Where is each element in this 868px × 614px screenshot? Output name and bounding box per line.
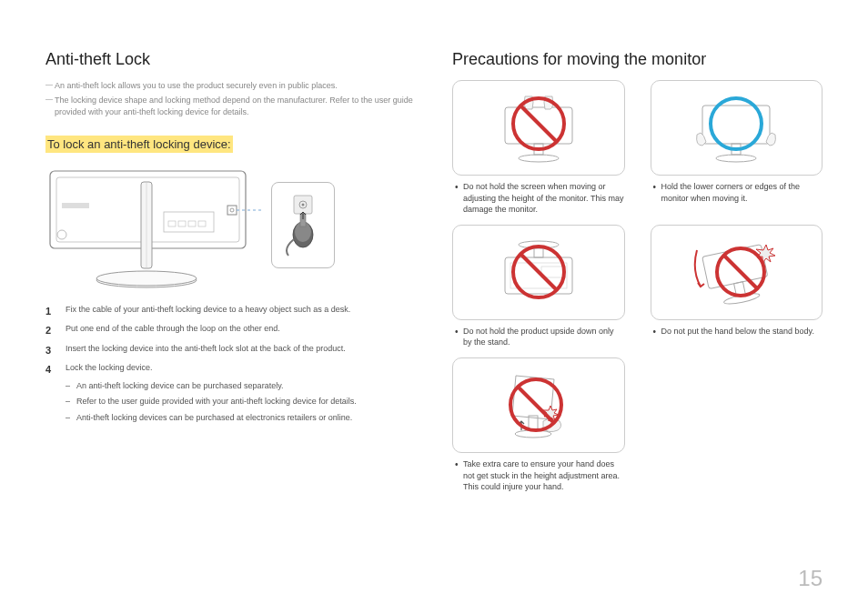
substep-item: An anti-theft locking device can be purc… [66, 380, 416, 393]
precaution-item: Hold the lower corners or edges of the m… [651, 80, 823, 216]
svg-point-9 [230, 208, 234, 212]
section-title-right: Precautions for moving the monitor [452, 50, 823, 69]
svg-line-42 [724, 256, 757, 288]
step-item: Lock the locking device. An anti-theft l… [45, 362, 416, 424]
page-columns: Anti-theft Lock An anti-theft lock allow… [45, 50, 823, 559]
intro-list: An anti-theft lock allows you to use the… [45, 80, 416, 119]
precaution-caption: Hold the lower corners or edges of the m… [651, 181, 823, 204]
precaution-item: Do not hold the product upside down only… [452, 225, 625, 348]
subheading-highlight: To lock an anti-theft locking device: [45, 136, 233, 153]
precaution-grid: Do not hold the screen when moving or ad… [452, 80, 823, 493]
svg-rect-4 [168, 221, 176, 226]
svg-point-29 [716, 155, 756, 162]
step-item: Put one end of the cable through the loo… [45, 323, 416, 336]
substeps-list: An anti-theft locking device can be purc… [66, 380, 416, 425]
svg-rect-2 [62, 203, 89, 208]
diagram-row [45, 162, 416, 289]
precaution-text: Do not hold the screen when moving or ad… [452, 181, 625, 216]
precaution-illustration [452, 225, 625, 320]
svg-rect-5 [178, 221, 186, 226]
precaution-caption: Do not put the hand below the stand body… [651, 326, 823, 337]
svg-line-37 [520, 254, 557, 290]
steps-list: Fix the cable of your anti-theft locking… [45, 304, 416, 425]
svg-rect-8 [227, 206, 237, 215]
svg-point-24 [519, 155, 559, 162]
svg-point-14 [96, 271, 197, 286]
page-number: 15 [798, 566, 823, 591]
precaution-illustration [452, 357, 625, 453]
intro-item: An anti-theft lock allows you to use the… [45, 80, 416, 93]
svg-rect-3 [164, 212, 214, 232]
precaution-item: Take extra care to ensure your hand does… [452, 357, 625, 493]
precaution-item: Do not put the hand below the stand body… [651, 225, 823, 348]
svg-point-10 [57, 230, 66, 239]
intro-item: The locking device shape and locking met… [45, 95, 416, 119]
step-item: Fix the cable of your anti-theft locking… [45, 304, 416, 317]
precaution-text: Hold the lower corners or edges of the m… [651, 181, 823, 204]
precaution-text: Do not put the hand below the stand body… [651, 326, 823, 337]
precaution-text: Take extra care to ensure your hand does… [452, 458, 625, 493]
section-title-left: Anti-theft Lock [45, 50, 416, 69]
step-item: Insert the locking device into the anti-… [45, 343, 416, 356]
left-column: Anti-theft Lock An anti-theft lock allow… [45, 50, 416, 559]
lock-detail-diagram [271, 182, 335, 268]
svg-point-18 [301, 203, 304, 206]
precaution-item: Do not hold the screen when moving or ad… [452, 80, 625, 216]
precaution-text: Do not hold the product upside down only… [452, 326, 625, 348]
precaution-caption: Do not hold the screen when moving or ad… [452, 181, 625, 216]
svg-line-26 [520, 106, 557, 142]
monitor-diagram [45, 162, 264, 289]
precaution-caption: Do not hold the product upside down only… [452, 326, 625, 348]
precaution-caption: Take extra care to ensure your hand does… [452, 458, 625, 493]
svg-rect-6 [188, 221, 196, 226]
precaution-illustration [651, 80, 823, 176]
precaution-illustration [452, 80, 625, 176]
precaution-illustration [651, 225, 823, 320]
svg-rect-7 [198, 221, 206, 226]
right-column: Precautions for moving the monitor [452, 50, 823, 559]
substep-item: Anti-theft locking devices can be purcha… [66, 412, 416, 425]
substep-item: Refer to the user guide provided with yo… [66, 396, 416, 408]
step-text: Lock the locking device. [66, 363, 153, 372]
